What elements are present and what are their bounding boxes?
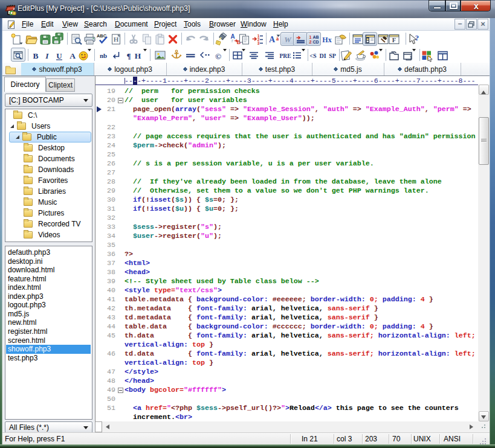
svg-text:2: 2 (309, 40, 312, 44)
svg-text:DI: DI (319, 53, 326, 59)
svg-text:W: W (284, 35, 292, 44)
svg-text:F: F (392, 37, 396, 43)
svg-text:H: H (114, 36, 119, 43)
svg-text:H: H (135, 51, 141, 60)
svg-text:A: A (230, 33, 235, 40)
svg-text:©: © (215, 52, 221, 61)
svg-text:Hx: Hx (322, 36, 331, 44)
svg-text:A: A (70, 51, 76, 60)
svg-text:¶: ¶ (126, 51, 131, 60)
svg-text:I: I (45, 51, 49, 60)
svg-text:1: 1 (309, 35, 312, 39)
svg-text:ã: ã (276, 36, 279, 42)
svg-text:A: A (269, 35, 276, 44)
svg-text:nb: nb (100, 52, 107, 59)
svg-text:PRE: PRE (280, 53, 291, 59)
svg-text:SP: SP (329, 53, 336, 59)
svg-text:AB: AB (313, 35, 319, 39)
svg-text:U: U (56, 51, 62, 60)
svg-text:CD: CD (313, 40, 319, 44)
svg-text:?: ? (415, 33, 419, 42)
svg-text:B: B (33, 51, 38, 60)
svg-text:3: 3 (257, 41, 260, 45)
